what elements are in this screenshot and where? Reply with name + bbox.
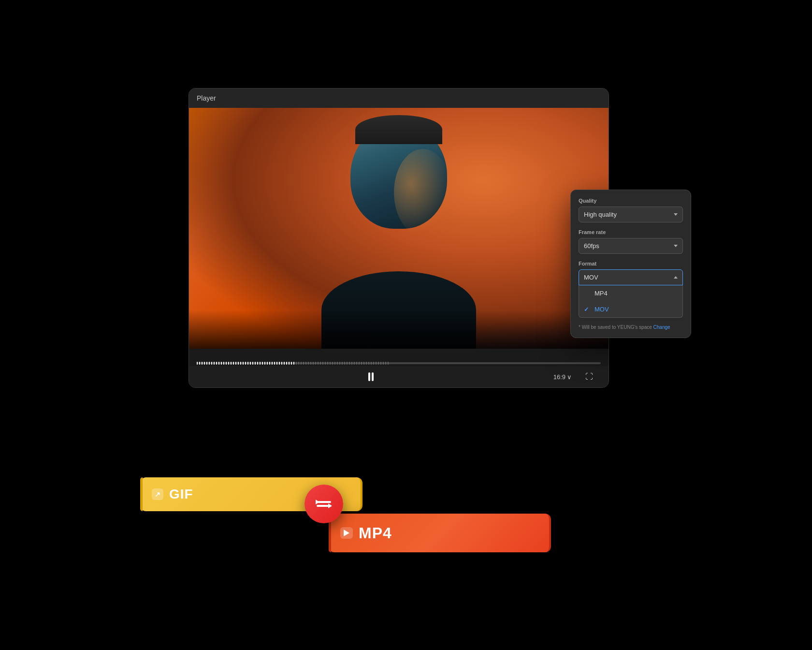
timeline-tick (240, 362, 241, 365)
timeline-tick (310, 362, 311, 365)
timeline-tick (308, 362, 309, 365)
mp4-label: MP4 (359, 524, 392, 542)
timeline-tick (354, 362, 355, 365)
timeline-tick (257, 362, 258, 365)
timeline-tick (339, 362, 340, 365)
timeline-tick (351, 362, 352, 365)
timeline-tick (206, 362, 207, 365)
timeline-tick (293, 362, 294, 365)
timeline-tick (313, 362, 314, 365)
timeline-tick (260, 362, 261, 365)
timeline-tick (359, 362, 360, 365)
quality-label: Quality (579, 198, 683, 204)
pause-button[interactable] (364, 370, 378, 384)
frame-rate-dropdown[interactable]: 60fps (579, 238, 683, 254)
timeline-tick (221, 362, 222, 365)
format-option-mp4[interactable]: MP4 (579, 285, 682, 301)
timeline-tick (199, 362, 200, 365)
face-highlight (394, 149, 452, 236)
timeline-tick (276, 362, 277, 365)
timeline-tick (378, 362, 379, 365)
convert-button[interactable] (304, 485, 343, 523)
pause-bar-left (368, 372, 370, 381)
timeline-tick (235, 362, 236, 365)
gif-label: GIF (169, 487, 193, 502)
timeline-tick (286, 362, 287, 365)
timeline-tick (231, 362, 232, 365)
timeline-tick (301, 362, 302, 365)
timeline-tick (337, 362, 338, 365)
fullscreen-button[interactable]: ⛶ (585, 372, 593, 381)
timeline-tick (209, 362, 210, 365)
aspect-ratio-button[interactable]: 16:9 ∨ (553, 373, 572, 381)
timeline-tick (272, 362, 273, 365)
timeline-tick (274, 362, 275, 365)
timeline-tick (264, 362, 265, 365)
timeline-tick (245, 362, 246, 365)
timeline-markers (197, 362, 601, 364)
timeline-tick (284, 362, 285, 365)
timeline-tick (318, 362, 319, 365)
video-area (189, 108, 609, 349)
control-center (199, 370, 544, 384)
format-value: MOV (584, 274, 598, 281)
timeline-tick (371, 362, 372, 365)
timeline-tick (376, 362, 377, 365)
timeline-tick (383, 362, 384, 365)
timeline-tick (366, 362, 367, 365)
timeline-tick (204, 362, 205, 365)
timeline-tick (247, 362, 248, 365)
timeline-tick (322, 362, 323, 365)
timeline-tick (252, 362, 253, 365)
timeline-tick (262, 362, 263, 365)
timeline-bar[interactable] (197, 362, 601, 364)
player-title: Player (197, 94, 216, 102)
format-options-list: MP4 ✓ MOV (579, 285, 683, 318)
timeline-tick (214, 362, 215, 365)
timeline-tick (325, 362, 326, 365)
player-window: Player (188, 88, 609, 388)
timeline-tick (356, 362, 357, 365)
quality-value: High quality (584, 211, 617, 218)
timeline-tick (291, 362, 292, 365)
frame-rate-label: Frame rate (579, 229, 683, 235)
timeline-tick (233, 362, 234, 365)
timeline-tick (289, 362, 290, 365)
timeline-tick (388, 362, 389, 365)
timeline-tick (361, 362, 362, 365)
timeline-tick (334, 362, 335, 365)
timeline-tick (330, 362, 331, 365)
video-bottom-shadow (189, 310, 609, 349)
aspect-ratio-label: 16:9 (553, 373, 566, 381)
timeline-tick (243, 362, 244, 365)
timeline-tick (218, 362, 219, 365)
timeline-tick (347, 362, 348, 365)
timeline-tick (305, 362, 306, 365)
frame-rate-chevron-icon (674, 245, 678, 247)
timeline-tick (267, 362, 268, 365)
timeline-tick (349, 362, 350, 365)
timeline-tick (279, 362, 280, 365)
timeline-tick (197, 362, 198, 365)
mp4-button[interactable]: MP4 (329, 514, 551, 552)
timeline-tick (228, 362, 229, 365)
mp4-icon-box (340, 527, 353, 539)
pause-icon (368, 372, 374, 381)
mov-option-label: MOV (594, 306, 609, 313)
timeline-tick (373, 362, 374, 365)
format-option-mov[interactable]: ✓ MOV (579, 301, 682, 317)
format-dropdown[interactable]: MOV (579, 269, 683, 285)
convert-arrows-icon (317, 501, 331, 507)
save-notice: * Will be saved to YEUNG's space Change (579, 325, 683, 330)
timeline-tick (315, 362, 316, 365)
arrow-right-icon (317, 505, 331, 507)
timeline-tick (226, 362, 227, 365)
player-controls: 16:9 ∨ ⛶ (189, 366, 609, 387)
timeline-tick (327, 362, 328, 365)
quality-dropdown[interactable]: High quality (579, 207, 683, 222)
timeline-tick (320, 362, 321, 365)
timeline-tick (368, 362, 369, 365)
gif-icon-box: ↗ (152, 488, 163, 500)
quality-panel: Quality High quality Frame rate 60fps Fo… (570, 190, 691, 338)
change-link[interactable]: Change (653, 325, 670, 330)
